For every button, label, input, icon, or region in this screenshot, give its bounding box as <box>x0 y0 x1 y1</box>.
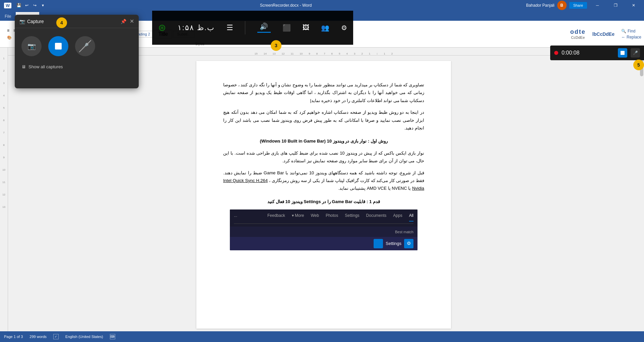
close-icon[interactable]: ✕ <box>130 18 134 24</box>
right-panel: odte CcDdEe lbCcDdEe 🔍 Find ↔ Replace <box>527 21 644 48</box>
tab-settings[interactable]: Settings <box>345 212 359 222</box>
redo-icon[interactable]: ↪ <box>32 3 38 8</box>
capture-panel: 📷 Capture 📌 ✕ 📷 🎤 🖥 Show all captures <box>15 15 139 88</box>
search-bar-area: All Apps Documents Settings Photos Web M… <box>230 209 417 227</box>
customize-icon[interactable]: ▾ <box>40 3 46 8</box>
close-button[interactable]: ✕ <box>626 0 641 11</box>
mic-icon: 🎤 <box>633 51 638 55</box>
keyboard-icon[interactable]: ⌨ <box>110 334 115 339</box>
volume-control[interactable]: 🔊 <box>257 22 271 33</box>
capture-title: Capture <box>27 19 121 24</box>
mic-off-icon: 🎤 <box>81 42 89 50</box>
badge-3: 3 <box>271 40 281 51</box>
document-area: 12345678910111213 151413121110987654321↕… <box>0 48 644 331</box>
minimize-button[interactable]: ─ <box>590 0 605 11</box>
word-count: 299 words <box>29 335 47 339</box>
find-button[interactable]: 🔍 Find <box>621 29 641 33</box>
replace-button[interactable]: ↔ Replace <box>621 35 641 39</box>
separator <box>245 21 245 34</box>
document-scroll[interactable]: تصاویری که شما از دسکتاپ بر میدارید می ت… <box>8 56 639 331</box>
paragraph-3: نوار بازی ایکس باکس که از پیش در ویندوز … <box>223 149 424 165</box>
capture-control[interactable]: ⬛ <box>282 24 291 32</box>
search-tabs-row: All Apps Documents Settings Photos Web M… <box>234 212 413 224</box>
title-bar: W 💾 ↩ ↪ ▾ ScreenRecorder.docx - Word Bah… <box>0 0 644 11</box>
shading-btn[interactable]: 🎨 <box>5 34 13 41</box>
ruler-vertical: 12345678910111213 <box>0 48 8 331</box>
capture-header: 📷 Capture 📌 ✕ <box>15 15 139 28</box>
step-heading: قدم 1 : قابلیت Game Bar را در Settings و… <box>223 198 424 205</box>
recording-time: 0:00:08 <box>562 50 615 56</box>
recording-dot <box>554 51 558 55</box>
recording-stop-button[interactable] <box>618 48 627 58</box>
track-changes-icon[interactable]: ✓ <box>53 334 59 339</box>
method-heading: روش اول : نوار بازی در ویندوز 10 (Window… <box>223 137 424 145</box>
stop-icon <box>55 43 62 50</box>
volume-icon: 🔊 <box>260 22 268 30</box>
embedded-screenshot: All Apps Documents Settings Photos Web M… <box>230 209 417 250</box>
settings-result-icon: ⚙ <box>404 239 413 248</box>
mic-toggle-button[interactable]: 🎤 <box>75 36 95 56</box>
feedback-label[interactable]: Feedback <box>267 212 285 222</box>
status-bar: Page 1 of 3 299 words ✓ English (United … <box>0 331 644 342</box>
undo-icon[interactable]: ↩ <box>24 3 29 8</box>
badge-4: 4 <box>56 17 67 28</box>
heading2-preview-text: lbCcDdEe <box>592 31 615 37</box>
gallery-control[interactable]: 🖼 <box>303 24 309 31</box>
heading-preview-text: odte <box>570 28 586 35</box>
show-all-captures[interactable]: 🖥 Show all captures <box>15 64 139 69</box>
tab-documents[interactable]: Documents <box>366 212 387 222</box>
xbox-game-bar: ⊛ ۱:۵۸ ب.ظ ☰ 🔊 ⬛ 🖼 👥 ⚙ <box>152 11 353 45</box>
restore-button[interactable]: ❐ <box>608 0 623 11</box>
stop-record-button[interactable] <box>48 36 68 56</box>
save-icon[interactable]: 💾 <box>16 3 21 8</box>
share-button[interactable]: Share <box>569 2 587 9</box>
pin-icon[interactable]: 📌 <box>121 19 126 24</box>
nvidia-link: Nvidia <box>412 186 424 191</box>
badge-5: 5 <box>633 60 644 70</box>
search-icon: 🔍 <box>621 29 626 33</box>
capture-icon: ⬛ <box>282 24 291 32</box>
screenshot-button[interactable]: 📷 <box>21 36 42 56</box>
recording-bar: 0:00:08 🎤 <box>550 46 644 60</box>
tab-apps[interactable]: Apps <box>393 212 402 222</box>
tab-all[interactable]: All <box>409 212 413 222</box>
replace-icon: ↔ <box>621 35 625 39</box>
best-match-label: Best match <box>230 227 417 237</box>
menu-icon[interactable]: ☰ <box>227 23 233 32</box>
camera-icon: 📷 <box>27 42 36 50</box>
more-options[interactable]: ... <box>234 212 237 222</box>
gallery-icon: 🖼 <box>303 24 309 31</box>
xbox-time: ۱:۵۸ ب.ظ <box>178 23 215 32</box>
avatar: B <box>557 1 567 10</box>
monitor-icon: 🖥 <box>21 64 26 69</box>
settings-result-label: Settings <box>386 240 401 247</box>
search-result-row[interactable]: ⚙ Settings <box>230 237 417 250</box>
word-icon: W <box>4 3 11 8</box>
heading2-preview: lbCcDdEe <box>592 31 615 37</box>
settings-control[interactable]: ⚙ <box>341 24 347 32</box>
tab-more[interactable]: More ▾ <box>292 212 304 222</box>
heading-preview: odte CcDdEe <box>570 28 586 39</box>
document-content: تصاویری که شما از دسکتاپ بر میدارید می ت… <box>223 81 424 250</box>
people-control[interactable]: 👥 <box>321 24 329 32</box>
volume-underline <box>257 32 271 33</box>
ccddee-label: CcDdEe <box>571 35 585 39</box>
xbox-logo-icon: ⊛ <box>158 22 166 33</box>
result-action-icon <box>374 239 383 248</box>
scrollbar-vertical[interactable] <box>639 56 644 331</box>
paragraph-4: قبل از شروع، توجه داشته باشید که همه دست… <box>223 169 424 192</box>
tab-photos[interactable]: Photos <box>326 212 338 222</box>
tab-file[interactable]: File <box>0 12 16 21</box>
capture-header-icon: 📷 <box>19 19 25 24</box>
find-replace-group: 🔍 Find ↔ Replace <box>621 29 641 39</box>
recording-mic-button[interactable]: 🎤 <box>631 48 640 58</box>
title-bar-left: W 💾 ↩ ↪ ▾ <box>3 3 46 8</box>
username: Bahador Panjali <box>526 3 555 8</box>
tab-web[interactable]: Web <box>311 212 319 222</box>
align-left-btn[interactable]: ≡ <box>5 27 11 34</box>
ruler-v-ticks: 12345678910111213 <box>0 56 8 331</box>
stop-square-icon <box>621 51 625 55</box>
people-icon: 👥 <box>321 24 329 32</box>
capture-buttons: 📷 🎤 <box>15 28 139 64</box>
paragraph-1: تصاویری که شما از دسکتاپ بر میدارید می ت… <box>223 81 424 104</box>
